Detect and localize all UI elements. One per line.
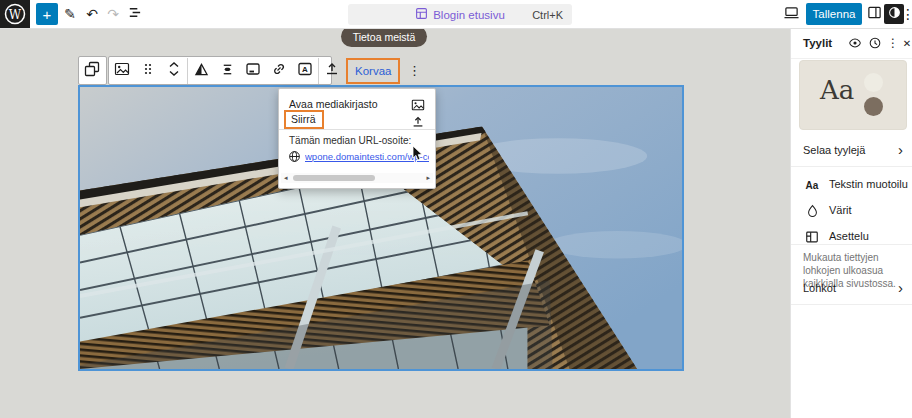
- style-color-dot-dark: [864, 97, 883, 116]
- popover-divider: [279, 129, 435, 130]
- blocks-label: Lohkot: [803, 282, 836, 294]
- list-view-button[interactable]: [124, 0, 144, 28]
- upload-button[interactable]: [319, 58, 345, 84]
- move-up-down-icon: [168, 61, 180, 80]
- style-preview-card[interactable]: Aa: [799, 60, 907, 130]
- wordpress-logo-letter: W: [9, 8, 22, 22]
- command-center-label: Blogin etusivu: [433, 9, 505, 21]
- scroll-right-arrow[interactable]: ▸: [426, 173, 430, 183]
- image-button[interactable]: [109, 58, 135, 84]
- save-button[interactable]: Tallenna: [806, 3, 862, 25]
- replace-media-popover: Avaa mediakirjasto Siirrä Tämän median U…: [278, 88, 436, 189]
- list-view-icon: [127, 5, 142, 23]
- upload-icon: [324, 61, 340, 80]
- text-over-image-button[interactable]: A: [292, 58, 318, 84]
- drag-handle[interactable]: [135, 58, 161, 84]
- typography-label: Tekstin muotoilu: [829, 178, 908, 190]
- caption-button[interactable]: [240, 58, 266, 84]
- wordpress-logo[interactable]: W: [0, 0, 30, 28]
- plus-icon: +: [43, 7, 52, 22]
- image-block-toolbar: A Korvaa ⋮: [108, 56, 332, 85]
- options-menu-button[interactable]: ⋮: [898, 0, 912, 28]
- tools-button[interactable]: ✎: [60, 0, 80, 28]
- redo-icon: ↷: [107, 6, 119, 22]
- globe-icon: [288, 150, 301, 166]
- undo-button[interactable]: ↶: [82, 0, 102, 28]
- sidebar-divider: [791, 304, 912, 305]
- block-switcher-group: [78, 56, 107, 85]
- layout-icon: [803, 229, 821, 245]
- svg-text:A: A: [302, 65, 308, 74]
- kebab-icon: ⋮: [901, 6, 912, 22]
- block-switcher-icon: [84, 61, 100, 80]
- typography-icon: Aa: [803, 177, 821, 193]
- upload-icon: [410, 114, 426, 130]
- image-icon: [114, 61, 130, 80]
- style-preview-text: Aa: [820, 75, 854, 105]
- undo-icon: ↶: [86, 6, 98, 22]
- scroll-left-arrow[interactable]: ◂: [284, 173, 288, 183]
- replace-button-label: Korvaa: [355, 65, 391, 77]
- style-book-button[interactable]: [847, 35, 863, 51]
- popover-scrollbar[interactable]: ◂ ▸: [281, 173, 433, 183]
- duotone-filter-button[interactable]: [188, 58, 214, 84]
- link-button[interactable]: [266, 58, 292, 84]
- block-options-button[interactable]: ⋮: [401, 58, 427, 84]
- text-over-image-icon: A: [297, 61, 313, 80]
- layout-label: Asettelu: [829, 230, 869, 242]
- history-icon: [868, 36, 882, 50]
- close-icon: ✕: [903, 38, 911, 49]
- sidebar-item-typography[interactable]: Aa Tekstin muotoilu: [791, 174, 912, 196]
- preview-button[interactable]: [781, 0, 801, 28]
- sidebar-item-colors[interactable]: Värit: [791, 200, 912, 222]
- blocks-item[interactable]: Lohkot ›: [791, 278, 912, 300]
- caption-icon: [245, 61, 261, 80]
- open-media-library-label: Avaa mediakirjasto: [289, 98, 378, 110]
- sidebar-divider: [791, 166, 912, 167]
- command-shortcut: Ctrl+K: [532, 9, 563, 21]
- revisions-button[interactable]: [867, 35, 883, 51]
- block-switcher-button[interactable]: [79, 58, 105, 84]
- template-icon: [415, 7, 428, 23]
- style-color-dot-light: [864, 73, 883, 92]
- page-title-pill[interactable]: Tietoa meistä: [341, 26, 427, 47]
- editor-top-bar: W + ✎ ↶ ↷ Blogin: [0, 0, 912, 29]
- move-block-button[interactable]: [161, 58, 187, 84]
- laptop-icon: [783, 5, 800, 23]
- sidebar-divider: [791, 244, 912, 245]
- move-media-label: Siirrä: [284, 110, 324, 129]
- redo-button[interactable]: ↷: [103, 0, 123, 28]
- sidebar-panel-icon: [867, 5, 882, 23]
- kebab-icon: ⋮: [887, 36, 899, 50]
- block-inserter-button[interactable]: +: [36, 3, 58, 25]
- browse-styles-item[interactable]: Selaa tyylejä ›: [791, 140, 912, 162]
- wordpress-site-editor: Tietoa meistä: [0, 0, 912, 418]
- filters-icon: [220, 62, 235, 80]
- colors-icon: [803, 203, 821, 219]
- styles-sidebar: Tyylit ⋮ ✕ Aa: [790, 28, 912, 418]
- media-url-label: Tämän median URL-osoite:: [289, 135, 411, 146]
- pencil-icon: ✎: [64, 6, 76, 22]
- mouse-cursor: [412, 146, 424, 165]
- media-url-link[interactable]: wpone.domaintesti.com/wp-content/themes/…: [305, 151, 429, 162]
- browse-styles-label: Selaa tyylejä: [803, 144, 865, 156]
- eye-icon: [848, 36, 862, 50]
- filters-button[interactable]: [214, 58, 240, 84]
- settings-sidebar-toggle[interactable]: [864, 0, 884, 28]
- chevron-right-icon: ›: [898, 141, 903, 158]
- save-button-label: Tallenna: [813, 8, 856, 20]
- page-title-label: Tietoa meistä: [353, 31, 416, 43]
- scrollbar-thumb[interactable]: [293, 175, 375, 181]
- styles-title: Tyylit: [803, 37, 832, 49]
- media-library-icon: [410, 97, 426, 113]
- chevron-right-icon: ›: [898, 279, 903, 296]
- drag-handle-icon: [143, 62, 153, 79]
- kebab-icon: ⋮: [408, 63, 421, 78]
- command-center[interactable]: Blogin etusivu Ctrl+K: [348, 4, 572, 25]
- styles-header: Tyylit ⋮ ✕: [791, 28, 912, 59]
- colors-label: Värit: [829, 204, 852, 216]
- duotone-filter-icon: [194, 62, 209, 80]
- link-icon: [271, 61, 287, 80]
- replace-button[interactable]: Korvaa: [346, 58, 400, 84]
- close-sidebar-button[interactable]: ✕: [899, 35, 912, 51]
